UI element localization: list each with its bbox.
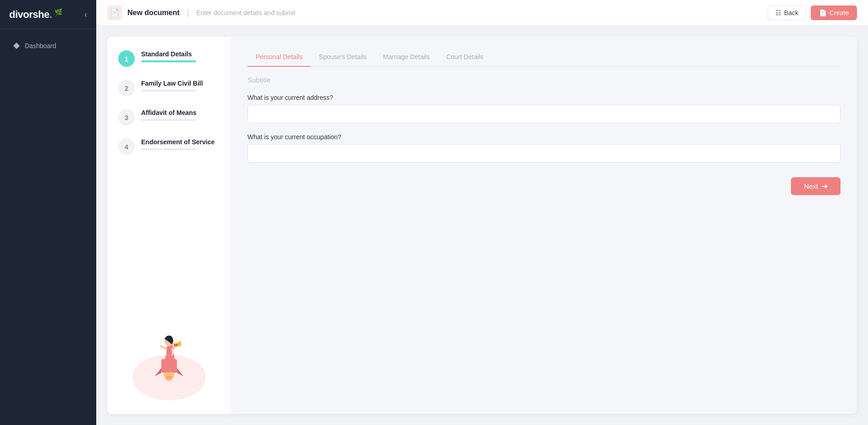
next-label: Next <box>804 182 818 190</box>
address-field-group: What is your current address? <box>247 94 841 123</box>
svg-point-5 <box>165 376 173 381</box>
topbar: 📄 New document | Enter document details … <box>96 0 868 26</box>
svg-rect-1 <box>161 359 177 373</box>
svg-rect-7 <box>166 346 172 356</box>
step-2-content: Family Law Civil Bill <box>141 80 220 92</box>
create-button[interactable]: 📄 Create <box>811 5 857 20</box>
logo-dot: . <box>49 9 52 20</box>
step-2: 2 Family Law Civil Bill <box>118 80 220 96</box>
sidebar-nav: Dashboard <box>0 29 96 62</box>
topbar-left: 📄 New document | Enter document details … <box>107 5 295 20</box>
document-icon: 📄 <box>107 5 122 20</box>
occupation-label: What is your current occupation? <box>247 133 841 141</box>
form-actions: Next ➔ <box>247 177 841 195</box>
main-area: 📄 New document | Enter document details … <box>96 0 868 425</box>
create-label: Create <box>830 9 849 16</box>
sidebar: divorshe. 🌿 ‹ Dashboard <box>0 0 96 425</box>
occupation-field-group: What is your current occupation? <box>247 133 841 163</box>
step-4-content: Endorsement of Service <box>141 138 220 150</box>
create-icon: 📄 <box>819 9 827 16</box>
occupation-input[interactable] <box>247 144 841 163</box>
svg-line-8 <box>161 346 166 349</box>
sidebar-item-label: Dashboard <box>25 42 56 49</box>
tab-personal-details[interactable]: Personal Details <box>247 49 311 66</box>
logo-leaf-icon: 🌿 <box>55 8 62 16</box>
topbar-subtitle: Enter document details and submit <box>196 9 295 16</box>
grid-icon: ☷ <box>775 9 781 16</box>
step-3-bar <box>141 119 196 121</box>
tab-spouse-details[interactable]: Spouse's Details <box>311 49 375 66</box>
step-1-content: Standard Details <box>141 50 220 62</box>
topbar-divider: | <box>187 8 189 17</box>
step-3-circle: 3 <box>118 109 135 125</box>
next-arrow-icon: ➔ <box>822 182 828 191</box>
illustration-wrap <box>118 168 220 400</box>
step-4-label: Endorsement of Service <box>141 138 220 146</box>
step-1: 1 Standard Details <box>118 50 220 67</box>
tab-marriage-details[interactable]: Marriage Details <box>375 49 438 66</box>
next-button[interactable]: Next ➔ <box>791 177 841 195</box>
step-2-label: Family Law Civil Bill <box>141 80 220 87</box>
sidebar-item-dashboard[interactable]: Dashboard <box>4 38 93 54</box>
topbar-actions: ☷ Back 📄 Create <box>768 5 857 20</box>
address-input[interactable] <box>247 105 841 123</box>
tab-court-details[interactable]: Court Details <box>438 49 492 66</box>
step-2-bar <box>141 90 196 92</box>
step-4: 4 Endorsement of Service <box>118 138 220 155</box>
topbar-title: New document <box>127 9 180 17</box>
step-3-content: Affidavit of Means <box>141 109 220 121</box>
logo: divorshe. 🌿 <box>9 8 62 21</box>
step-1-bar <box>141 60 196 62</box>
diamond-icon <box>13 42 20 49</box>
step-3: 3 Affidavit of Means <box>118 109 220 125</box>
step-2-circle: 2 <box>118 80 135 96</box>
step-4-circle: 4 <box>118 138 135 155</box>
step-1-label: Standard Details <box>141 50 220 58</box>
step-3-label: Affidavit of Means <box>141 109 220 116</box>
rocket-illustration <box>123 309 215 400</box>
content-area: 1 Standard Details 2 Family Law Civil Bi… <box>96 26 868 425</box>
back-button[interactable]: ☷ Back <box>768 5 806 20</box>
sidebar-header: divorshe. 🌿 ‹ <box>0 0 96 29</box>
form-subtitle: Subtitle <box>247 76 841 84</box>
tabs-row: Personal Details Spouse's Details Marria… <box>247 49 841 67</box>
right-panel: Personal Details Spouse's Details Marria… <box>231 37 857 414</box>
address-label: What is your current address? <box>247 94 841 101</box>
step-4-bar <box>141 148 196 150</box>
sidebar-collapse-button[interactable]: ‹ <box>82 9 89 20</box>
svg-rect-10 <box>174 343 177 346</box>
back-label: Back <box>784 9 798 16</box>
left-panel: 1 Standard Details 2 Family Law Civil Bi… <box>107 37 231 414</box>
step-1-circle: 1 <box>118 50 135 67</box>
